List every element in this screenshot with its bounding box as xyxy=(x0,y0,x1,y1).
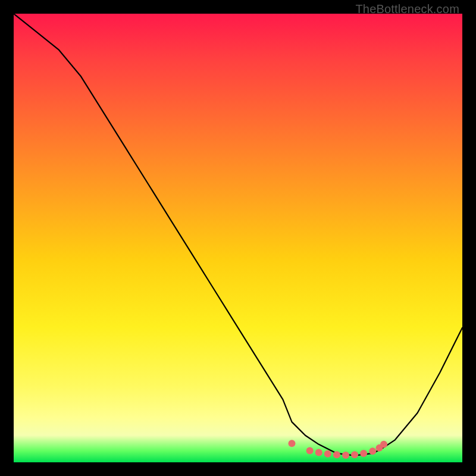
highlight-dot xyxy=(333,451,340,458)
chart-frame: TheBottleneck.com xyxy=(0,0,476,476)
highlight-dot xyxy=(288,440,295,447)
bottleneck-curve xyxy=(14,14,462,462)
highlight-dot xyxy=(380,441,387,448)
highlight-dot xyxy=(315,449,322,456)
watermark-text: TheBottleneck.com xyxy=(355,2,459,16)
highlight-dot xyxy=(360,450,367,457)
highlight-dot xyxy=(324,450,331,458)
highlight-dot xyxy=(306,447,314,454)
plot-area xyxy=(14,14,462,462)
highlight-dot xyxy=(342,452,349,459)
highlight-dot xyxy=(369,447,376,455)
curve-line xyxy=(14,14,462,456)
highlight-dot xyxy=(351,451,358,458)
